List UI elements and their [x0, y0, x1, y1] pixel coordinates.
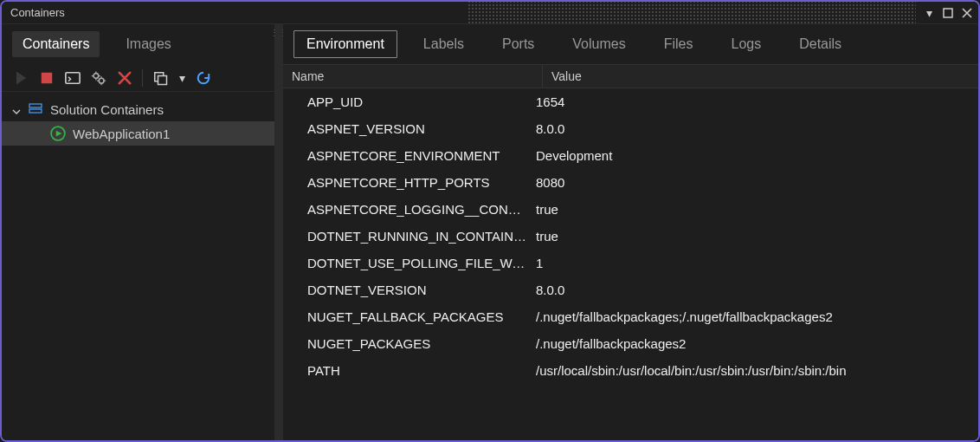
- delete-icon[interactable]: [116, 69, 133, 87]
- table-row[interactable]: DOTNET_VERSION8.0.0: [283, 276, 978, 303]
- gear-icon[interactable]: [90, 69, 107, 87]
- refresh-icon[interactable]: [195, 69, 212, 87]
- toolbar: ▾: [2, 64, 274, 92]
- env-name: DOTNET_RUNNING_IN_CONTAIN…: [283, 229, 527, 244]
- title-bar: Containers ▾: [2, 2, 978, 24]
- detail-tabs: Environment Labels Ports Volumes Files L…: [283, 24, 978, 64]
- tab-containers[interactable]: Containers: [12, 31, 100, 57]
- tree-root[interactable]: Solution Containers: [2, 97, 274, 121]
- table-row[interactable]: NUGET_FALLBACK_PACKAGES/.nuget/fallbackp…: [283, 303, 978, 330]
- table-row[interactable]: NUGET_PACKAGES/.nuget/fallbackpackages2: [283, 330, 978, 357]
- table-row[interactable]: ASPNETCORE_ENVIRONMENTDevelopment: [283, 142, 978, 169]
- tab-volumes[interactable]: Volumes: [560, 31, 637, 57]
- toolbar-divider: [142, 69, 143, 87]
- column-header-value[interactable]: Value: [543, 65, 978, 88]
- svg-rect-6: [158, 75, 167, 84]
- env-rows: APP_UID1654 ASPNET_VERSION8.0.0 ASPNETCO…: [283, 88, 978, 440]
- splitter[interactable]: ⋮⋮: [274, 24, 283, 440]
- dropdown-icon[interactable]: ▾: [177, 69, 186, 87]
- table-row[interactable]: APP_UID1654: [283, 88, 978, 115]
- env-name: NUGET_FALLBACK_PACKAGES: [283, 309, 527, 324]
- env-value: Development: [527, 148, 978, 163]
- env-value: /usr/local/sbin:/usr/local/bin:/usr/sbin…: [527, 363, 978, 378]
- close-icon[interactable]: [961, 7, 973, 19]
- env-name: ASPNET_VERSION: [283, 121, 527, 136]
- env-value: 8.0.0: [527, 283, 978, 297]
- tab-details[interactable]: Details: [787, 31, 854, 57]
- env-grid-header: Name Value: [283, 64, 978, 88]
- window-controls: ▾: [923, 7, 973, 19]
- svg-rect-7: [29, 104, 42, 107]
- env-value: /.nuget/fallbackpackages;/.nuget/fallbac…: [527, 309, 978, 324]
- right-pane: Environment Labels Ports Volumes Files L…: [283, 24, 978, 440]
- env-name: APP_UID: [283, 94, 527, 109]
- tab-ports[interactable]: Ports: [490, 31, 546, 57]
- env-name: NUGET_PACKAGES: [283, 336, 527, 351]
- tab-environment[interactable]: Environment: [293, 30, 397, 58]
- env-name: ASPNETCORE_HTTP_PORTS: [283, 175, 527, 190]
- table-row[interactable]: ASPNET_VERSION8.0.0: [283, 115, 978, 142]
- svg-point-3: [93, 73, 99, 78]
- tab-logs[interactable]: Logs: [719, 31, 773, 57]
- stop-icon[interactable]: [38, 69, 55, 87]
- svg-rect-2: [66, 72, 80, 83]
- env-value: 1: [527, 256, 978, 270]
- svg-rect-1: [42, 72, 53, 83]
- containers-tool-window: Containers ▾ Containers Images: [2, 2, 978, 440]
- env-name: DOTNET_USE_POLLING_FILE_WAT…: [283, 256, 527, 270]
- terminal-icon[interactable]: [64, 69, 81, 87]
- containers-tree: Solution Containers WebApplication1: [2, 92, 274, 146]
- svg-rect-0: [944, 9, 952, 17]
- env-name: ASPNETCORE_LOGGING__CONS…: [283, 202, 527, 217]
- tree-item-webapp[interactable]: WebApplication1: [2, 121, 274, 146]
- play-icon[interactable]: [12, 69, 29, 87]
- running-icon: [50, 126, 66, 141]
- solution-icon: [28, 101, 43, 117]
- env-name: ASPNETCORE_ENVIRONMENT: [283, 148, 527, 163]
- env-value: 1654: [527, 94, 978, 109]
- copy-icon[interactable]: [152, 69, 169, 87]
- svg-point-4: [99, 78, 104, 83]
- env-name: PATH: [283, 363, 527, 378]
- window-title: Containers: [10, 6, 459, 19]
- tab-images[interactable]: Images: [115, 31, 181, 57]
- tree-item-label: WebApplication1: [73, 127, 170, 141]
- tab-labels[interactable]: Labels: [411, 31, 476, 57]
- column-header-name[interactable]: Name: [283, 65, 543, 88]
- svg-rect-8: [29, 109, 42, 113]
- body: Containers Images: [2, 24, 978, 440]
- maximize-icon[interactable]: [942, 7, 954, 19]
- env-value: 8.0.0: [527, 121, 978, 136]
- env-value: /.nuget/fallbackpackages2: [527, 336, 978, 351]
- collapse-icon[interactable]: [12, 105, 21, 114]
- env-value: 8080: [527, 175, 978, 190]
- window-menu-icon[interactable]: ▾: [923, 7, 935, 19]
- tree-root-label: Solution Containers: [50, 102, 164, 117]
- left-tabs: Containers Images: [2, 24, 274, 64]
- table-row[interactable]: DOTNET_RUNNING_IN_CONTAIN…true: [283, 223, 978, 250]
- table-row[interactable]: ASPNETCORE_LOGGING__CONS…true: [283, 196, 978, 223]
- left-pane: Containers Images: [2, 24, 274, 440]
- table-row[interactable]: ASPNETCORE_HTTP_PORTS8080: [283, 169, 978, 196]
- tab-files[interactable]: Files: [652, 31, 706, 57]
- table-row[interactable]: PATH/usr/local/sbin:/usr/local/bin:/usr/…: [283, 357, 978, 384]
- table-row[interactable]: DOTNET_USE_POLLING_FILE_WAT…1: [283, 250, 978, 276]
- env-value: true: [527, 202, 978, 217]
- titlebar-grip[interactable]: [467, 2, 916, 23]
- env-value: true: [527, 229, 978, 244]
- env-name: DOTNET_VERSION: [283, 283, 527, 297]
